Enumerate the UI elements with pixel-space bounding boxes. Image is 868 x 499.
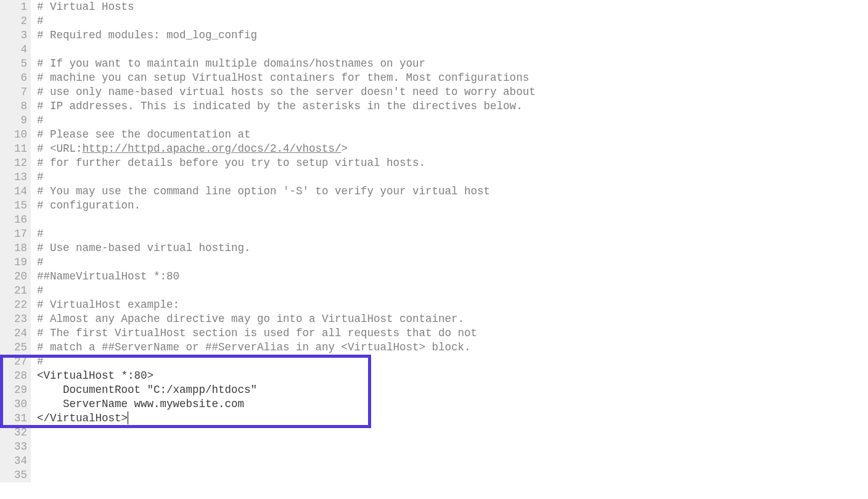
line-number: 31 [4,411,27,426]
line-number: 34 [4,454,27,468]
line-number: 20 [4,270,27,284]
line-number: 3 [4,28,27,43]
line-number: 25 [4,340,27,355]
code-line[interactable]: # <URL:http://httpd.apache.org/docs/2.4/… [37,142,868,156]
code-line[interactable] [37,426,868,440]
code-line[interactable]: ServerName www.mywebsite.com [37,397,868,411]
code-line[interactable] [37,482,868,497]
line-number: 32 [4,426,27,440]
code-line[interactable]: </VirtualHost> [37,411,868,426]
line-number: 23 [4,312,27,326]
code-line[interactable]: # Use name-based virtual hosting. [37,241,868,255]
line-number: 27 [4,355,27,369]
line-number: 28 [4,369,27,383]
line-number: 11 [4,142,27,156]
code-line[interactable]: # machine you can setup VirtualHost cont… [37,71,868,85]
line-number: 2 [4,14,27,28]
code-line[interactable] [37,440,868,454]
doc-url[interactable]: http://httpd.apache.org/docs/2.4/vhosts/ [83,142,342,155]
code-line[interactable]: # Required modules: mod_log_config [37,28,868,43]
code-line[interactable]: # If you want to maintain multiple domai… [37,57,868,71]
code-line[interactable]: # Please see the documentation at [37,128,868,142]
code-line[interactable]: # configuration. [37,199,868,213]
line-number: 19 [4,255,27,270]
line-number: 6 [4,71,27,85]
line-number: 18 [4,241,27,255]
line-number: 8 [4,99,27,113]
code-line[interactable]: # [37,355,868,369]
code-line[interactable]: <VirtualHost *:80> [37,369,868,383]
line-number: 17 [4,227,27,241]
text-caret [128,411,128,424]
code-area[interactable]: # Virtual Hosts## Required modules: mod_… [31,0,868,497]
line-number: 14 [4,184,27,199]
code-line[interactable]: # [37,113,868,128]
code-line[interactable]: # Almost any Apache directive may go int… [37,312,868,326]
line-number: 12 [4,156,27,170]
line-number: 22 [4,298,27,312]
code-editor[interactable]: 1234567891011121314151617181920212223242… [0,0,868,497]
code-line[interactable]: # [37,227,868,241]
line-number: 24 [4,326,27,340]
line-number: 30 [4,397,27,411]
line-number: 9 [4,113,27,128]
code-line[interactable] [37,213,868,227]
code-line[interactable]: # [37,255,868,270]
code-line[interactable]: # VirtualHost example: [37,298,868,312]
code-line[interactable] [37,468,868,482]
line-number: 21 [4,284,27,298]
code-line[interactable]: # Virtual Hosts [37,0,868,14]
code-line[interactable]: # The first VirtualHost section is used … [37,326,868,340]
code-line[interactable]: # You may use the command line option '-… [37,184,868,199]
code-line[interactable]: ##NameVirtualHost *:80 [37,270,868,284]
code-line[interactable]: # [37,170,868,184]
line-number: 10 [4,128,27,142]
line-number: 1 [4,0,27,14]
line-number: 4 [4,43,27,57]
code-line[interactable]: # match a ##ServerName or ##ServerAlias … [37,340,868,355]
line-number: 29 [4,383,27,397]
code-line[interactable] [37,454,868,468]
line-number: 33 [4,440,27,454]
line-number: 13 [4,170,27,184]
line-number-gutter: 1234567891011121314151617181920212223242… [0,0,31,482]
line-number: 7 [4,85,27,99]
code-line[interactable]: # [37,284,868,298]
line-number: 35 [4,468,27,482]
line-number: 16 [4,213,27,227]
line-number: 5 [4,57,27,71]
line-number: 15 [4,199,27,213]
code-line[interactable]: # for further details before you try to … [37,156,868,170]
code-line[interactable] [37,43,868,57]
code-line[interactable]: # IP addresses. This is indicated by the… [37,99,868,113]
code-line[interactable]: # [37,14,868,28]
code-line[interactable]: DocumentRoot "C:/xampp/htdocs" [37,383,868,397]
code-line[interactable]: # use only name-based virtual hosts so t… [37,85,868,99]
